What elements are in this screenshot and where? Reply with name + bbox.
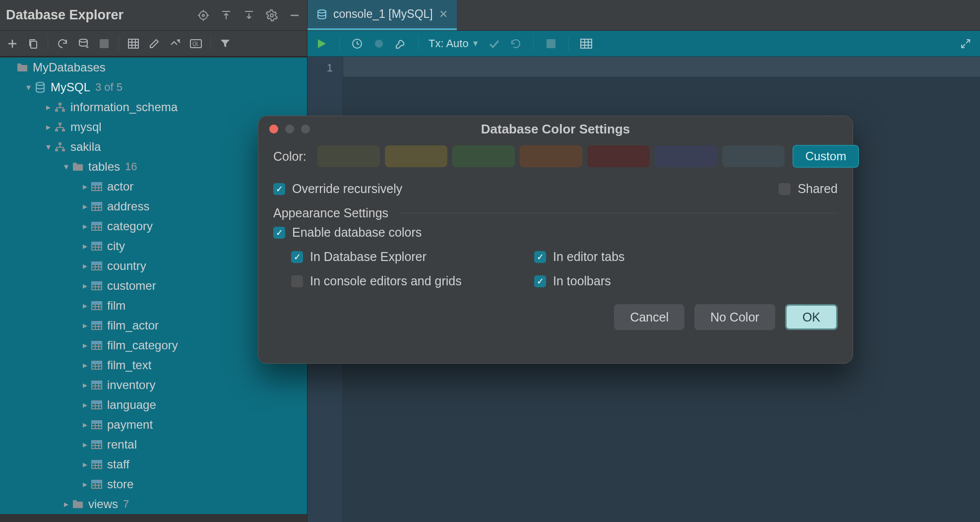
- minimize-window-icon[interactable]: [285, 125, 294, 133]
- color-label: Color:: [273, 149, 306, 164]
- refresh-icon[interactable]: [54, 35, 71, 52]
- node-icon: [90, 460, 103, 469]
- commit-icon[interactable]: [487, 36, 501, 51]
- zoom-window-icon[interactable]: [301, 125, 310, 133]
- sidebar-toolbar: QL: [0, 31, 307, 57]
- svg-rect-125: [92, 421, 102, 423]
- color-swatch-1[interactable]: [385, 145, 447, 167]
- tab-console[interactable]: console_1 [MySQL] ✕: [307, 0, 457, 30]
- color-swatch-2[interactable]: [452, 145, 515, 167]
- svg-rect-16: [100, 39, 109, 48]
- console-icon[interactable]: QL: [187, 35, 204, 52]
- expand-icon[interactable]: [958, 36, 973, 51]
- expand-all-icon[interactable]: [220, 9, 233, 22]
- tree-table[interactable]: ▸language: [0, 395, 307, 415]
- separator-icon: [418, 36, 419, 51]
- shared-checkbox[interactable]: Shared: [779, 182, 838, 196]
- node-icon: [90, 301, 103, 310]
- close-icon[interactable]: ✕: [439, 8, 448, 21]
- chevron-icon: ▸: [79, 439, 90, 450]
- tree-table[interactable]: ▸staff: [0, 455, 307, 474]
- ok-button[interactable]: OK: [785, 304, 838, 330]
- chevron-icon: ▾: [61, 161, 71, 172]
- override-recursively-checkbox[interactable]: ✓ Override recursively: [273, 182, 402, 196]
- tree-root[interactable]: MyDatabases: [0, 58, 307, 77]
- node-icon: [16, 63, 29, 72]
- svg-rect-89: [92, 302, 102, 304]
- color-swatch-4[interactable]: [587, 145, 650, 167]
- tree-table[interactable]: ▸store: [0, 474, 307, 494]
- in-console-checkbox[interactable]: In console editors and grids: [291, 274, 524, 288]
- svg-point-10: [270, 14, 273, 17]
- svg-rect-131: [92, 441, 102, 443]
- svg-point-15: [79, 39, 87, 42]
- jump-icon[interactable]: [167, 35, 184, 52]
- svg-rect-53: [92, 183, 102, 185]
- no-color-button[interactable]: No Color: [694, 304, 775, 330]
- cancel-button[interactable]: Cancel: [614, 304, 684, 330]
- settings-icon[interactable]: [265, 9, 278, 22]
- history-icon[interactable]: [350, 36, 365, 51]
- minimize-icon[interactable]: [288, 9, 301, 22]
- chevron-icon: ▸: [79, 340, 90, 351]
- new-icon[interactable]: [4, 35, 21, 52]
- edit-icon[interactable]: [146, 35, 163, 52]
- svg-point-146: [375, 40, 383, 48]
- grid-icon[interactable]: [579, 36, 594, 51]
- node-icon: [90, 222, 103, 231]
- dialog-title: Database Color Settings: [258, 122, 853, 137]
- in-editor-tabs-checkbox[interactable]: ✓ In editor tabs: [534, 250, 838, 264]
- stop-icon[interactable]: [544, 36, 558, 51]
- svg-rect-83: [92, 282, 102, 284]
- chevron-icon: ▸: [79, 360, 90, 371]
- tree-label: information_schema: [70, 100, 178, 114]
- tree-label: MySQL: [51, 80, 90, 94]
- copy-icon[interactable]: [25, 35, 42, 52]
- record-icon[interactable]: [371, 36, 386, 51]
- chevron-icon: ▸: [79, 201, 90, 212]
- tree-schema[interactable]: ▸information_schema: [0, 97, 307, 117]
- filter-icon[interactable]: [217, 35, 234, 52]
- svg-rect-14: [31, 41, 37, 48]
- tree-label: country: [107, 259, 146, 273]
- in-explorer-checkbox[interactable]: ✓ In Database Explorer: [291, 250, 524, 264]
- chevron-icon: ▾: [23, 82, 34, 93]
- color-swatch-5[interactable]: [655, 145, 717, 167]
- table-icon[interactable]: [125, 35, 142, 52]
- tree-label: payment: [107, 418, 153, 432]
- color-swatch-6[interactable]: [722, 145, 785, 167]
- svg-rect-17: [128, 39, 138, 48]
- separator-icon: [339, 36, 340, 51]
- tree-table[interactable]: ▸payment: [0, 415, 307, 435]
- color-swatch-3[interactable]: [520, 145, 582, 167]
- collapse-all-icon[interactable]: [243, 9, 255, 22]
- tx-mode-dropdown[interactable]: Tx: Auto▼: [429, 37, 480, 50]
- rollback-icon[interactable]: [508, 36, 523, 51]
- custom-color-button[interactable]: Custom: [793, 145, 859, 168]
- run-icon[interactable]: [314, 36, 329, 51]
- tree-label: views: [88, 497, 118, 511]
- node-icon: [90, 440, 103, 449]
- svg-rect-95: [92, 322, 102, 324]
- tree-label: sakila: [70, 140, 101, 154]
- tree-table[interactable]: ▸rental: [0, 435, 307, 455]
- node-icon: [90, 182, 103, 191]
- in-toolbars-checkbox[interactable]: ✓ In toolbars: [534, 274, 838, 288]
- svg-rect-148: [581, 39, 592, 48]
- tree-views-group[interactable]: ▸views7: [0, 494, 307, 514]
- tree-badge: 16: [125, 160, 137, 173]
- enable-colors-checkbox[interactable]: ✓ Enable database colors: [273, 225, 838, 240]
- close-window-icon[interactable]: [269, 125, 278, 133]
- svg-rect-143: [92, 480, 102, 483]
- target-icon[interactable]: [197, 9, 210, 22]
- svg-point-26: [36, 82, 44, 85]
- node-icon: [90, 341, 103, 350]
- svg-rect-65: [92, 222, 102, 225]
- wrench-icon[interactable]: [393, 36, 408, 51]
- tree-table[interactable]: ▸inventory: [0, 375, 307, 395]
- stop-icon[interactable]: [96, 35, 113, 52]
- tree-datasource[interactable]: ▾MySQL3 of 5: [0, 77, 307, 97]
- appearance-section-header: Appearance Settings: [273, 206, 838, 220]
- sync-icon[interactable]: [75, 35, 92, 52]
- color-swatch-0[interactable]: [317, 145, 380, 167]
